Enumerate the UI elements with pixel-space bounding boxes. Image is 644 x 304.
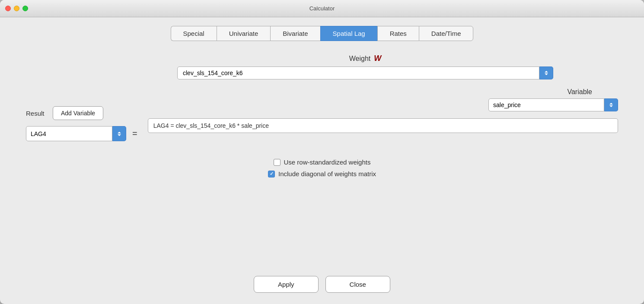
weight-section: Weight W: [112, 54, 618, 79]
tab-univariate[interactable]: Univariate: [217, 26, 271, 41]
result-label: Result: [26, 110, 48, 117]
result-row: Result Add Variable: [26, 106, 139, 120]
include-diagonal-label: Include diagonal of weights matrix: [278, 170, 376, 177]
variable-stepper-icon: [609, 102, 614, 108]
close-button[interactable]: Close: [325, 276, 390, 293]
window-title: Calculator: [309, 5, 335, 12]
lag-stepper-icon: [117, 131, 122, 137]
variable-input[interactable]: [488, 98, 604, 111]
formula-input[interactable]: [148, 118, 618, 133]
tab-bar: Special Univariate Bivariate Spatial Lag…: [9, 26, 635, 41]
maximize-traffic-light[interactable]: [22, 6, 28, 11]
right-section: Variable: [148, 88, 618, 133]
checkboxes-section: Use row-standardized weights Include dia…: [26, 158, 618, 177]
bottom-bar: Apply Close: [9, 267, 635, 300]
checkbox-row-diagonal: Include diagonal of weights matrix: [268, 170, 376, 177]
main-area: Weight W Re: [9, 54, 635, 267]
include-diagonal-checkbox[interactable]: [268, 171, 275, 177]
formula-row: =: [26, 126, 139, 141]
tab-special[interactable]: Special: [171, 26, 217, 41]
add-variable-button[interactable]: Add Variable: [53, 106, 103, 120]
variable-dropdown-wrapper: [488, 98, 618, 111]
weight-dropdown-wrapper: [177, 66, 553, 79]
tab-spatial-lag[interactable]: Spatial Lag: [320, 26, 377, 41]
checkbox-row-standardized: Use row-standardized weights: [274, 158, 371, 166]
lag-dropdown-btn[interactable]: [112, 126, 126, 141]
weight-input[interactable]: [177, 66, 539, 79]
stepper-icon: [544, 70, 549, 76]
traffic-lights: [5, 6, 28, 11]
weight-label: Weight: [349, 55, 371, 63]
content-area: Special Univariate Bivariate Spatial Lag…: [0, 17, 644, 304]
lag-dropdown-wrapper: [26, 126, 126, 141]
weight-icon: W: [374, 54, 381, 63]
equals-sign: =: [132, 129, 137, 139]
tab-rates[interactable]: Rates: [377, 26, 419, 41]
row-standardized-checkbox[interactable]: [274, 159, 281, 166]
row-standardized-label: Use row-standardized weights: [284, 158, 371, 166]
close-traffic-light[interactable]: [5, 6, 11, 11]
tab-datetime[interactable]: Date/Time: [419, 26, 474, 41]
weight-label-row: Weight W: [349, 54, 382, 63]
lag-input[interactable]: [26, 126, 112, 141]
minimize-traffic-light[interactable]: [14, 6, 19, 11]
weight-dropdown-btn[interactable]: [539, 66, 553, 79]
title-bar: Calculator: [0, 0, 644, 17]
variable-section: Variable: [148, 88, 618, 111]
apply-button[interactable]: Apply: [254, 276, 319, 293]
tab-bivariate[interactable]: Bivariate: [270, 26, 320, 41]
variable-label: Variable: [567, 88, 592, 96]
variable-dropdown-btn[interactable]: [604, 98, 618, 111]
calculator-window: Calculator Special Univariate Bivariate …: [0, 0, 644, 304]
